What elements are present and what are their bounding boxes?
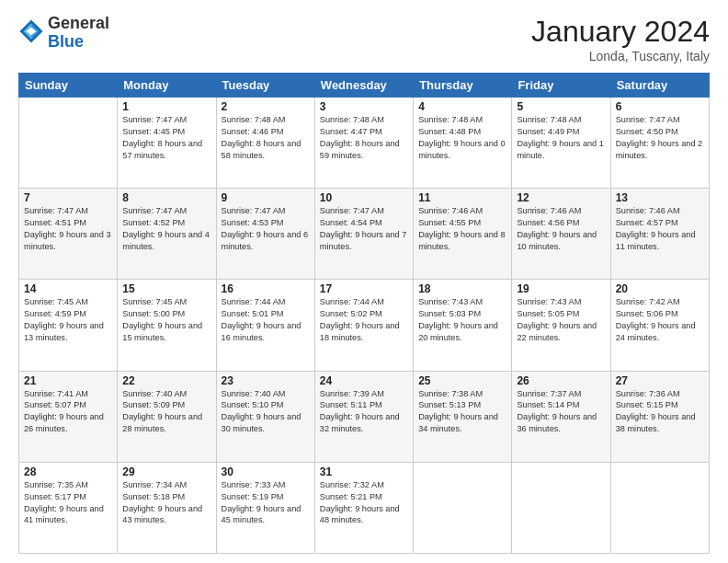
day-info: Sunrise: 7:43 AMSunset: 5:03 PMDaylight:…	[418, 296, 506, 344]
day-info: Sunrise: 7:48 AMSunset: 4:46 PMDaylight:…	[222, 114, 310, 162]
calendar-cell: 4Sunrise: 7:48 AMSunset: 4:48 PMDaylight…	[414, 98, 512, 189]
header-day-saturday: Saturday	[610, 74, 709, 98]
logo-text: General Blue	[48, 15, 109, 52]
day-number: 17	[320, 282, 408, 295]
day-number: 21	[24, 374, 112, 387]
day-info: Sunrise: 7:48 AMSunset: 4:49 PMDaylight:…	[517, 114, 605, 162]
day-info: Sunrise: 7:47 AMSunset: 4:54 PMDaylight:…	[320, 205, 408, 253]
day-info: Sunrise: 7:37 AMSunset: 5:14 PMDaylight:…	[517, 388, 605, 436]
day-info: Sunrise: 7:46 AMSunset: 4:57 PMDaylight:…	[616, 205, 704, 253]
day-info: Sunrise: 7:32 AMSunset: 5:21 PMDaylight:…	[320, 479, 408, 527]
day-info: Sunrise: 7:47 AMSunset: 4:50 PMDaylight:…	[616, 114, 704, 162]
day-info: Sunrise: 7:44 AMSunset: 5:01 PMDaylight:…	[222, 296, 310, 344]
calendar-cell: 13Sunrise: 7:46 AMSunset: 4:57 PMDayligh…	[610, 189, 709, 280]
logo-icon	[18, 18, 44, 44]
day-number: 12	[517, 191, 605, 204]
day-number: 20	[616, 282, 704, 295]
location: Londa, Tuscany, Italy	[531, 49, 710, 63]
calendar-cell: 3Sunrise: 7:48 AMSunset: 4:47 PMDaylight…	[314, 98, 413, 189]
day-number: 8	[122, 191, 210, 204]
week-row-4: 28Sunrise: 7:35 AMSunset: 5:17 PMDayligh…	[19, 462, 710, 553]
day-info: Sunrise: 7:47 AMSunset: 4:53 PMDaylight:…	[222, 205, 310, 253]
day-number: 4	[418, 100, 506, 113]
calendar-cell: 25Sunrise: 7:38 AMSunset: 5:13 PMDayligh…	[414, 371, 512, 462]
calendar-cell: 30Sunrise: 7:33 AMSunset: 5:19 PMDayligh…	[216, 462, 314, 553]
day-number: 27	[616, 374, 704, 387]
day-number: 26	[517, 374, 605, 387]
day-info: Sunrise: 7:34 AMSunset: 5:18 PMDaylight:…	[122, 479, 210, 527]
calendar-cell: 15Sunrise: 7:45 AMSunset: 5:00 PMDayligh…	[118, 280, 216, 371]
day-number: 6	[616, 100, 704, 113]
header-day-thursday: Thursday	[414, 74, 512, 98]
day-number: 22	[122, 374, 210, 387]
day-info: Sunrise: 7:47 AMSunset: 4:51 PMDaylight:…	[24, 205, 112, 253]
calendar-cell: 2Sunrise: 7:48 AMSunset: 4:46 PMDaylight…	[216, 98, 314, 189]
day-info: Sunrise: 7:42 AMSunset: 5:06 PMDaylight:…	[616, 296, 704, 344]
day-info: Sunrise: 7:33 AMSunset: 5:19 PMDaylight:…	[222, 479, 310, 527]
calendar-cell: 31Sunrise: 7:32 AMSunset: 5:21 PMDayligh…	[314, 462, 413, 553]
day-number: 23	[222, 374, 310, 387]
day-number: 16	[222, 282, 310, 295]
calendar-cell: 24Sunrise: 7:39 AMSunset: 5:11 PMDayligh…	[314, 371, 413, 462]
calendar-cell: 17Sunrise: 7:44 AMSunset: 5:02 PMDayligh…	[314, 280, 413, 371]
day-number: 31	[320, 465, 408, 478]
month-title: January 2024	[531, 15, 710, 49]
day-number: 30	[222, 465, 310, 478]
calendar-cell: 11Sunrise: 7:46 AMSunset: 4:55 PMDayligh…	[414, 189, 512, 280]
calendar-cell: 20Sunrise: 7:42 AMSunset: 5:06 PMDayligh…	[610, 280, 709, 371]
calendar-cell: 18Sunrise: 7:43 AMSunset: 5:03 PMDayligh…	[414, 280, 512, 371]
calendar-cell: 28Sunrise: 7:35 AMSunset: 5:17 PMDayligh…	[19, 462, 118, 553]
title-area: January 2024 Londa, Tuscany, Italy	[531, 15, 710, 63]
header-day-monday: Monday	[118, 74, 216, 98]
day-number: 3	[320, 100, 408, 113]
day-number: 2	[222, 100, 310, 113]
day-info: Sunrise: 7:44 AMSunset: 5:02 PMDaylight:…	[320, 296, 408, 344]
day-number: 18	[418, 282, 506, 295]
day-info: Sunrise: 7:39 AMSunset: 5:11 PMDaylight:…	[320, 388, 408, 436]
logo-general-text: General	[48, 15, 109, 33]
calendar-cell	[414, 462, 512, 553]
calendar-cell	[512, 462, 610, 553]
header-day-friday: Friday	[512, 74, 610, 98]
calendar-cell: 6Sunrise: 7:47 AMSunset: 4:50 PMDaylight…	[610, 98, 709, 189]
calendar-cell: 9Sunrise: 7:47 AMSunset: 4:53 PMDaylight…	[216, 189, 314, 280]
calendar-cell: 14Sunrise: 7:45 AMSunset: 4:59 PMDayligh…	[19, 280, 118, 371]
day-info: Sunrise: 7:47 AMSunset: 4:52 PMDaylight:…	[122, 205, 210, 253]
day-number: 19	[517, 282, 605, 295]
day-info: Sunrise: 7:45 AMSunset: 5:00 PMDaylight:…	[122, 296, 210, 344]
day-info: Sunrise: 7:36 AMSunset: 5:15 PMDaylight:…	[616, 388, 704, 436]
day-number: 14	[24, 282, 112, 295]
calendar-cell: 23Sunrise: 7:40 AMSunset: 5:10 PMDayligh…	[216, 371, 314, 462]
day-number: 28	[24, 465, 112, 478]
day-number: 15	[122, 282, 210, 295]
day-number: 24	[320, 374, 408, 387]
calendar-cell: 8Sunrise: 7:47 AMSunset: 4:52 PMDaylight…	[118, 189, 216, 280]
header-day-sunday: Sunday	[19, 74, 118, 98]
day-info: Sunrise: 7:41 AMSunset: 5:07 PMDaylight:…	[24, 388, 112, 436]
day-info: Sunrise: 7:38 AMSunset: 5:13 PMDaylight:…	[418, 388, 506, 436]
day-number: 1	[122, 100, 210, 113]
day-number: 13	[616, 191, 704, 204]
day-info: Sunrise: 7:47 AMSunset: 4:45 PMDaylight:…	[122, 114, 210, 162]
day-number: 7	[24, 191, 112, 204]
calendar-cell: 10Sunrise: 7:47 AMSunset: 4:54 PMDayligh…	[314, 189, 413, 280]
header-day-tuesday: Tuesday	[216, 74, 314, 98]
page: General Blue January 2024 Londa, Tuscany…	[0, 0, 728, 563]
calendar-cell: 19Sunrise: 7:43 AMSunset: 5:05 PMDayligh…	[512, 280, 610, 371]
calendar-cell: 16Sunrise: 7:44 AMSunset: 5:01 PMDayligh…	[216, 280, 314, 371]
day-number: 10	[320, 191, 408, 204]
day-number: 9	[222, 191, 310, 204]
calendar-cell: 27Sunrise: 7:36 AMSunset: 5:15 PMDayligh…	[610, 371, 709, 462]
day-number: 29	[122, 465, 210, 478]
week-row-0: 1Sunrise: 7:47 AMSunset: 4:45 PMDaylight…	[19, 98, 710, 189]
day-number: 25	[418, 374, 506, 387]
week-row-1: 7Sunrise: 7:47 AMSunset: 4:51 PMDaylight…	[19, 189, 710, 280]
calendar-cell: 22Sunrise: 7:40 AMSunset: 5:09 PMDayligh…	[118, 371, 216, 462]
calendar-cell: 5Sunrise: 7:48 AMSunset: 4:49 PMDaylight…	[512, 98, 610, 189]
calendar-cell: 21Sunrise: 7:41 AMSunset: 5:07 PMDayligh…	[19, 371, 118, 462]
calendar-cell: 1Sunrise: 7:47 AMSunset: 4:45 PMDaylight…	[118, 98, 216, 189]
header-row: SundayMondayTuesdayWednesdayThursdayFrid…	[19, 74, 710, 98]
calendar-cell: 26Sunrise: 7:37 AMSunset: 5:14 PMDayligh…	[512, 371, 610, 462]
calendar-cell	[19, 98, 118, 189]
day-info: Sunrise: 7:40 AMSunset: 5:10 PMDaylight:…	[222, 388, 310, 436]
